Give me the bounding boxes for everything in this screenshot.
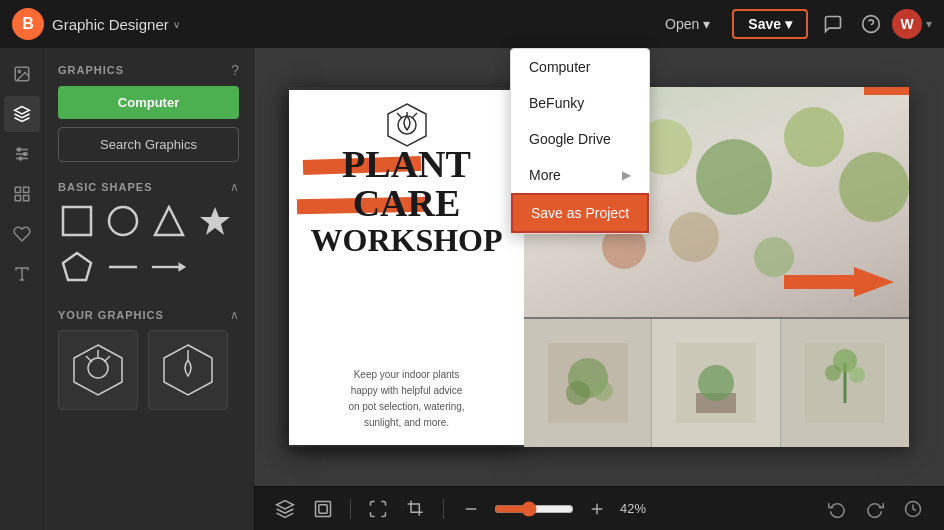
zoom-value: 42% xyxy=(620,501,656,516)
svg-point-55 xyxy=(698,365,734,401)
your-graphics-chevron-icon[interactable]: ∧ xyxy=(230,308,239,322)
circle-shape[interactable] xyxy=(104,202,142,240)
svg-rect-63 xyxy=(319,504,327,512)
photo-thumbnails xyxy=(524,317,909,447)
undo-button[interactable] xyxy=(822,494,852,524)
svg-line-36 xyxy=(412,113,417,118)
layers-icon[interactable] xyxy=(270,494,300,524)
svg-rect-12 xyxy=(23,187,28,192)
more-arrow-icon: ▶ xyxy=(622,168,631,182)
svg-point-46 xyxy=(754,237,794,277)
svg-rect-11 xyxy=(15,187,20,192)
redo-button[interactable] xyxy=(860,494,890,524)
fit-icon[interactable] xyxy=(363,494,393,524)
svg-marker-32 xyxy=(388,104,426,146)
svg-line-35 xyxy=(397,113,402,118)
basic-shapes-section: BASIC SHAPES ∧ xyxy=(44,172,253,300)
svg-point-52 xyxy=(593,381,613,401)
text-rail-icon[interactable] xyxy=(4,256,40,292)
poster-description: Keep your indoor plantshappy with helpfu… xyxy=(289,367,524,431)
search-graphics-button[interactable]: Search Graphics xyxy=(58,127,239,162)
open-button[interactable]: Open ▾ xyxy=(651,10,724,38)
svg-point-10 xyxy=(19,157,22,160)
zoom-slider[interactable] xyxy=(494,501,574,517)
crop-icon[interactable] xyxy=(401,494,431,524)
svg-rect-62 xyxy=(316,501,331,516)
logo[interactable]: B xyxy=(12,8,44,40)
open-chevron-icon: ▾ xyxy=(703,16,710,32)
sidebar-header: GRAPHICS ? xyxy=(44,48,253,86)
graphic-item-2[interactable] xyxy=(148,330,228,410)
save-more-option[interactable]: More ▶ xyxy=(511,157,649,193)
triangle-shape[interactable] xyxy=(150,202,188,240)
user-chevron-icon[interactable]: ▾ xyxy=(926,17,932,31)
save-dropdown: Computer BeFunky Google Drive More ▶ Sav… xyxy=(510,48,650,234)
svg-rect-37 xyxy=(864,87,909,95)
svg-marker-19 xyxy=(155,207,183,235)
history-icon[interactable] xyxy=(898,494,928,524)
bottom-toolbar: 42% xyxy=(254,486,944,530)
chat-button[interactable] xyxy=(816,7,850,41)
svg-point-8 xyxy=(17,148,20,151)
thumb-2[interactable] xyxy=(652,319,780,447)
svg-marker-20 xyxy=(200,207,230,235)
thumb-3[interactable] xyxy=(781,319,909,447)
adjust-rail-icon[interactable] xyxy=(4,136,40,172)
topbar-icons: W ▾ xyxy=(816,7,932,41)
zoom-out-icon[interactable] xyxy=(456,494,486,524)
svg-line-29 xyxy=(104,356,110,362)
graphics-rail-icon[interactable] xyxy=(4,96,40,132)
svg-marker-24 xyxy=(179,262,187,272)
sidebar-help-icon[interactable]: ? xyxy=(231,62,239,78)
svg-point-45 xyxy=(669,212,719,262)
image-rail-icon[interactable] xyxy=(4,56,40,92)
svg-rect-13 xyxy=(15,196,20,201)
square-shape[interactable] xyxy=(58,202,96,240)
sidebar: GRAPHICS ? Computer Search Graphics BASI… xyxy=(44,48,254,530)
svg-point-42 xyxy=(784,107,844,167)
poster-title: PLANT CARE WORKSHOP xyxy=(289,145,524,258)
graphic-item-1[interactable] xyxy=(58,330,138,410)
user-avatar[interactable]: W xyxy=(892,9,922,39)
save-befunky-option[interactable]: BeFunky xyxy=(511,85,649,121)
your-graphics-header: YOUR GRAPHICS ∧ xyxy=(58,300,239,330)
basic-shapes-chevron-icon[interactable]: ∧ xyxy=(230,180,239,194)
svg-point-18 xyxy=(109,207,137,235)
svg-rect-14 xyxy=(23,196,28,201)
pentagon-shape[interactable] xyxy=(58,248,96,286)
grid-rail-icon[interactable] xyxy=(4,176,40,212)
app-title-chevron-icon: ∨ xyxy=(173,19,180,30)
icon-rail xyxy=(0,48,44,530)
poster-panel: PLANT CARE WORKSHOP Keep your indoor pla… xyxy=(289,90,524,445)
svg-point-51 xyxy=(566,381,590,405)
upload-computer-button[interactable]: Computer xyxy=(58,86,239,119)
save-computer-option[interactable]: Computer xyxy=(511,49,649,85)
basic-shapes-title: BASIC SHAPES xyxy=(58,181,153,193)
frames-icon[interactable] xyxy=(308,494,338,524)
help-button[interactable] xyxy=(854,7,888,41)
save-google-drive-option[interactable]: Google Drive xyxy=(511,121,649,157)
svg-point-59 xyxy=(825,365,841,381)
toolbar-separator-1 xyxy=(350,499,351,519)
svg-point-60 xyxy=(849,367,865,383)
toolbar-separator-2 xyxy=(443,499,444,519)
shapes-grid xyxy=(58,202,239,300)
svg-marker-21 xyxy=(63,253,91,280)
save-chevron-icon: ▾ xyxy=(785,16,792,32)
basic-shapes-header: BASIC SHAPES ∧ xyxy=(58,172,239,202)
svg-line-28 xyxy=(86,356,92,362)
line-shape[interactable] xyxy=(104,248,142,286)
app-title[interactable]: Graphic Designer ∨ xyxy=(52,16,180,33)
svg-marker-61 xyxy=(277,500,294,508)
svg-point-41 xyxy=(696,139,772,215)
favorites-rail-icon[interactable] xyxy=(4,216,40,252)
arrow-shape[interactable] xyxy=(150,248,188,286)
thumb-1[interactable] xyxy=(524,319,652,447)
svg-point-3 xyxy=(18,70,20,72)
save-as-project-option[interactable]: Save as Project xyxy=(511,193,649,233)
zoom-in-icon[interactable] xyxy=(582,494,612,524)
svg-point-33 xyxy=(398,116,416,134)
svg-rect-48 xyxy=(784,275,854,289)
star-shape[interactable] xyxy=(196,202,234,240)
save-button[interactable]: Save ▾ xyxy=(732,9,808,39)
